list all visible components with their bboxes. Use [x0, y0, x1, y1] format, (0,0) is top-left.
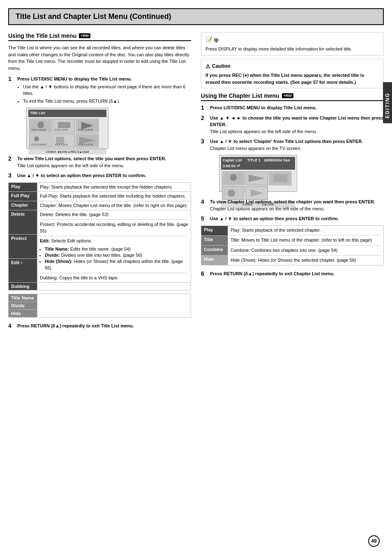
svg-point-10	[34, 136, 39, 141]
step-3: 3 Use ▲ / ▼ to select an option then pre…	[8, 172, 191, 179]
option-label-chapter: Chapter	[9, 201, 37, 210]
step-2-content: To view Title List options, select the t…	[17, 155, 191, 169]
step-5-right-number: 5	[201, 215, 208, 222]
step-6-right: 6 Press RETURN (δ▲) repeatedly to exit C…	[201, 270, 384, 277]
step-6-right-content: Press RETURN (δ▲) repeatedly to exit Cha…	[210, 270, 384, 277]
edit-label-hide: Hide	[9, 310, 37, 318]
step-2: 2 To view Title List options, select the…	[8, 155, 191, 169]
edit-label-titlename: Title Name	[9, 294, 37, 302]
chapter-screenshot-body	[221, 170, 295, 201]
edit-sub-titlename: Title Name	[9, 294, 191, 302]
left-column: Using the Title List menu +RW The Title …	[8, 32, 191, 333]
svg-text:TITLE 2 13:60: TITLE 2 13:60	[55, 129, 68, 131]
step-1: 1 Press LIST/DISC MENU to display the Ti…	[8, 76, 191, 152]
option-row-delete: Delete Delete: Deletes the title. (page …	[9, 210, 191, 234]
step-2-right: 2 Use ▲ ▼ ◄ ► to choose the title you wa…	[201, 115, 384, 135]
plus-rw-badge-left: +RW	[79, 33, 90, 38]
step-1-right-content: Press LIST/DISC MENU to display Title Li…	[210, 104, 384, 111]
chapter-options-table: Play Play: Starts playback of the select…	[201, 226, 384, 265]
svg-text:TITLE 6 0:15:00: TITLE 6 0:15:00	[78, 143, 93, 146]
step-4-left-number: 4	[8, 322, 15, 329]
option-row-dubbing: Dubbing	[9, 283, 191, 290]
main-title: Title List and Chapter List Menu (Contin…	[16, 12, 376, 21]
step-1-bullet-1: Use the ▲ / ▼ buttons to display the pre…	[23, 83, 191, 97]
right-section-heading: Using the Chapter List menu +RW	[201, 92, 384, 101]
options-table: Play Play: Starts playback the selected …	[8, 182, 191, 291]
edit-sub-table: Title Name Divide Hide	[8, 294, 191, 318]
step-4-left: 4 Press RETURN (δ▲) repeatedly to exit T…	[8, 322, 191, 329]
svg-point-25	[228, 189, 235, 197]
svg-rect-23	[273, 175, 287, 182]
option-label-protect: Protect	[9, 234, 37, 258]
thumb-5: TITLE 5 24:81	[53, 134, 75, 147]
right-column: 📝 ip Press DISPLAY to display more detai…	[201, 32, 384, 333]
ch-option-label-combine: Combine	[201, 245, 228, 255]
option-desc-chapter: Chapter: Moves Chapter List menu of the …	[37, 201, 191, 210]
option-desc-multi: Delete: Deletes the title. (page 53) Pro…	[37, 210, 191, 283]
step-3-right: 3 Use ▲ / ▼ to select 'Chapter' from Tit…	[201, 138, 384, 195]
option-label-play: Play	[9, 182, 37, 191]
chapter-thumb-4	[222, 186, 244, 200]
option-row-fullplay: Full Play Full Play: Starts playback the…	[9, 192, 191, 201]
step-2-number: 2	[8, 155, 15, 169]
step-4-right: 4 To view Chapter List options, select t…	[201, 198, 384, 212]
page-number: 49	[368, 535, 380, 547]
ch-option-row-play: Play Play: Starts playback of the select…	[201, 226, 384, 236]
step-4-left-content: Press RETURN (δ▲) repeatedly to exit Tit…	[17, 322, 191, 329]
editing-tab: EDITING	[383, 82, 392, 123]
step-3-right-number: 3	[201, 138, 208, 195]
ch-option-label-play: Play	[201, 226, 228, 236]
step-3-content: Use ▲ / ▼ to select an option then press…	[17, 172, 191, 179]
edit-sub-desc	[37, 294, 191, 318]
option-row-play: Play Play: Starts playback the selected …	[9, 182, 191, 191]
caution-box: ⚠ Caution If you press REC (●) when the …	[201, 60, 384, 89]
tip-title: 📝 ip	[205, 35, 379, 44]
step-3-right-content: Use ▲ / ▼ to select 'Chapter' from Title…	[210, 138, 384, 195]
tip-text: Press DISPLAY to display more detailed t…	[205, 46, 379, 53]
option-label-dubbing: Dubbing	[9, 283, 37, 290]
caution-title: ⚠ Caution	[205, 62, 379, 71]
step-4-right-content: To view Chapter List options, select the…	[210, 198, 384, 212]
caution-icon: ⚠	[205, 62, 210, 71]
title-list-screenshot: Title List TITLE 1 0:16:32 TITLE 2 13:60…	[26, 108, 108, 149]
svg-text:TITLE 1 0:16:32: TITLE 1 0:16:32	[31, 129, 46, 131]
step-4-right-number: 4	[201, 198, 208, 212]
step-6-right-number: 6	[201, 270, 208, 277]
chapter-screenshot-header: Capter List TITLE 1 16/06/2004 Sun 3:00:…	[221, 157, 295, 170]
svg-text:TITLE 5 24:81: TITLE 5 24:81	[55, 143, 68, 146]
screenshot-body: TITLE 1 0:16:32 TITLE 2 13:60 TITLE 3 0:…	[28, 118, 106, 148]
ch-option-desc-all: Play: Starts playback of the selected ch…	[228, 226, 384, 265]
plus-rw-badge-right: +RW	[282, 93, 293, 98]
thumb-6: TITLE 6 0:15:00	[76, 134, 99, 147]
option-row-chapter: Chapter Chapter: Moves Chapter List menu…	[9, 201, 191, 210]
step-1-right-number: 1	[201, 104, 208, 111]
step-3-number: 3	[8, 172, 15, 179]
chapter-thumb-1	[222, 171, 244, 185]
option-label-fullplay: Full Play	[9, 192, 37, 201]
option-desc-fullplay: Full Play: Starts playback the selected …	[37, 192, 191, 201]
tip-icon: 📝	[205, 35, 212, 44]
option-label-edit: Edit ›	[9, 258, 37, 283]
svg-text:TITLE 3 0:30:00: TITLE 3 0:30:00	[78, 129, 93, 131]
step-1-bullet-2: To exit the Title List menu, press RETUR…	[23, 98, 191, 105]
tip-box: 📝 ip Press DISPLAY to display more detai…	[201, 32, 384, 55]
svg-point-19	[230, 174, 237, 181]
screenshot-footer: ⊙Select ◄►Info ● REC δ▲Close	[28, 149, 106, 155]
left-section-heading: Using the Title List menu +RW	[8, 32, 191, 41]
chapter-thumb-3	[269, 171, 291, 185]
step-5-right: 5 Use ▲ / ▼ to select an option then pre…	[201, 215, 384, 222]
main-title-box: Title List and Chapter List Menu (Contin…	[8, 8, 384, 25]
option-label-delete: Delete	[9, 210, 37, 234]
caution-text: If you press REC (●) when the Title List…	[205, 72, 379, 85]
ch-option-label-title: Title	[201, 235, 228, 245]
screenshot-header: Title List	[28, 110, 106, 117]
thumb-4: TITLE 4 0:08:00	[29, 134, 52, 147]
edit-label-divide: Divide	[9, 302, 37, 310]
svg-point-1	[37, 122, 44, 128]
step-5-right-content: Use ▲ / ▼ to select an option then press…	[210, 215, 384, 222]
step-1-number: 1	[8, 76, 15, 152]
step-2-right-content: Use ▲ ▼ ◄ ► to choose the title you want…	[210, 115, 384, 135]
step-1-right: 1 Press LIST/DISC MENU to display Title …	[201, 104, 384, 111]
thumb-1: TITLE 1 0:16:32	[29, 119, 52, 133]
step-2-right-number: 2	[201, 115, 208, 135]
